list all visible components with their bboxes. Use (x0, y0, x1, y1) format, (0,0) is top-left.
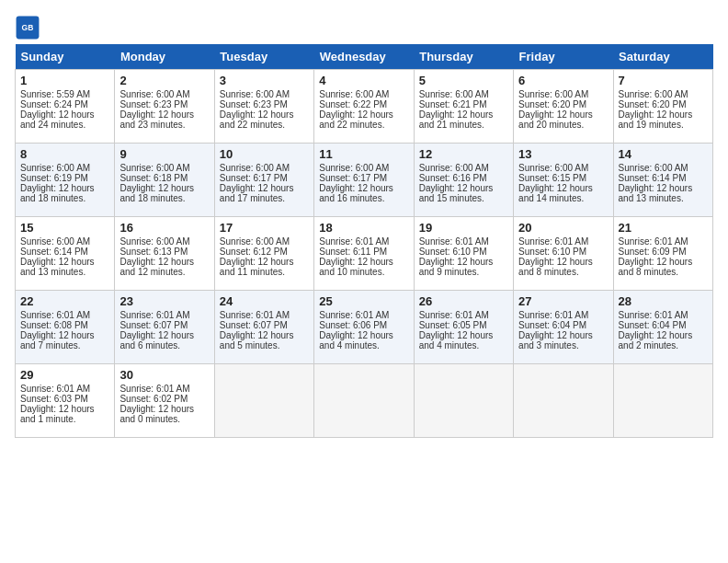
daylight-label: Daylight: 12 hours and 17 minutes. (220, 183, 294, 203)
day-number: 5 (419, 74, 508, 87)
sunrise-label: Sunrise: 6:00 AM (518, 163, 588, 173)
sunrise-label: Sunrise: 5:59 AM (20, 89, 90, 99)
table-row: 10Sunrise: 6:00 AMSunset: 6:17 PMDayligh… (214, 144, 313, 217)
sunset-label: Sunset: 6:14 PM (619, 173, 687, 183)
col-tuesday: Tuesday (214, 44, 313, 70)
sunrise-label: Sunrise: 6:01 AM (619, 310, 688, 320)
table-row: 28Sunrise: 6:01 AMSunset: 6:04 PMDayligh… (613, 291, 712, 364)
header-row: Sunday Monday Tuesday Wednesday Thursday… (16, 44, 713, 70)
sunset-label: Sunset: 6:13 PM (119, 247, 188, 257)
sunset-label: Sunset: 6:08 PM (20, 320, 88, 330)
sunrise-label: Sunrise: 6:00 AM (20, 236, 90, 247)
daylight-label: Daylight: 12 hours and 0 minutes. (119, 404, 194, 424)
sunrise-label: Sunrise: 6:01 AM (119, 384, 189, 394)
sunrise-label: Sunrise: 6:01 AM (119, 310, 189, 320)
day-number: 8 (20, 147, 109, 161)
daylight-label: Daylight: 12 hours and 10 minutes. (319, 257, 393, 277)
daylight-label: Daylight: 12 hours and 20 minutes. (518, 109, 593, 130)
table-row: 16Sunrise: 6:00 AMSunset: 6:13 PMDayligh… (115, 217, 214, 291)
sunrise-label: Sunrise: 6:00 AM (619, 89, 688, 99)
calendar-week-row: 15Sunrise: 6:00 AMSunset: 6:14 PMDayligh… (16, 217, 713, 291)
sunset-label: Sunset: 6:09 PM (619, 247, 687, 257)
daylight-label: Daylight: 12 hours and 11 minutes. (220, 257, 294, 277)
sunset-label: Sunset: 6:14 PM (20, 247, 88, 257)
daylight-label: Daylight: 12 hours and 4 minutes. (419, 330, 494, 350)
table-row (414, 364, 513, 438)
table-row: 26Sunrise: 6:01 AMSunset: 6:05 PMDayligh… (414, 291, 513, 364)
sunrise-label: Sunrise: 6:01 AM (518, 310, 588, 320)
sunset-label: Sunset: 6:02 PM (119, 394, 188, 404)
daylight-label: Daylight: 12 hours and 6 minutes. (119, 330, 194, 350)
day-number: 26 (419, 294, 508, 308)
calendar-week-row: 8Sunrise: 6:00 AMSunset: 6:19 PMDaylight… (16, 144, 713, 217)
day-number: 17 (220, 221, 309, 235)
sunrise-label: Sunrise: 6:00 AM (619, 163, 688, 173)
sunrise-label: Sunrise: 6:00 AM (419, 163, 489, 173)
sunrise-label: Sunrise: 6:01 AM (419, 310, 489, 320)
sunset-label: Sunset: 6:10 PM (518, 247, 586, 257)
table-row: 17Sunrise: 6:00 AMSunset: 6:12 PMDayligh… (214, 217, 313, 291)
sunset-label: Sunset: 6:15 PM (518, 173, 586, 183)
day-number: 12 (419, 147, 508, 161)
table-row (314, 364, 414, 438)
sunset-label: Sunset: 6:07 PM (119, 320, 188, 330)
sunset-label: Sunset: 6:05 PM (419, 320, 487, 330)
table-row: 1Sunrise: 5:59 AMSunset: 6:24 PMDaylight… (16, 70, 115, 144)
table-row: 12Sunrise: 6:00 AMSunset: 6:16 PMDayligh… (414, 144, 513, 217)
day-number: 29 (20, 368, 109, 382)
sunrise-label: Sunrise: 6:00 AM (220, 89, 290, 99)
table-row: 30Sunrise: 6:01 AMSunset: 6:02 PMDayligh… (115, 364, 214, 438)
calendar-week-row: 22Sunrise: 6:01 AMSunset: 6:08 PMDayligh… (16, 291, 713, 364)
col-monday: Monday (115, 44, 214, 70)
day-number: 23 (119, 294, 209, 308)
sunrise-label: Sunrise: 6:00 AM (220, 236, 290, 247)
logo-icon: GB (15, 15, 40, 40)
table-row: 11Sunrise: 6:00 AMSunset: 6:17 PMDayligh… (314, 144, 414, 217)
sunset-label: Sunset: 6:11 PM (319, 247, 387, 257)
daylight-label: Daylight: 12 hours and 5 minutes. (220, 330, 294, 350)
table-row: 29Sunrise: 6:01 AMSunset: 6:03 PMDayligh… (16, 364, 115, 438)
sunrise-label: Sunrise: 6:00 AM (419, 89, 489, 99)
table-row: 4Sunrise: 6:00 AMSunset: 6:22 PMDaylight… (314, 70, 414, 144)
daylight-label: Daylight: 12 hours and 12 minutes. (119, 257, 194, 277)
daylight-label: Daylight: 12 hours and 7 minutes. (20, 330, 95, 350)
sunset-label: Sunset: 6:04 PM (518, 320, 586, 330)
day-number: 24 (220, 294, 309, 308)
sunrise-label: Sunrise: 6:00 AM (119, 163, 189, 173)
sunrise-label: Sunrise: 6:00 AM (518, 89, 588, 99)
table-row: 14Sunrise: 6:00 AMSunset: 6:14 PMDayligh… (613, 144, 712, 217)
sunset-label: Sunset: 6:21 PM (419, 99, 487, 109)
sunrise-label: Sunrise: 6:01 AM (619, 236, 688, 247)
daylight-label: Daylight: 12 hours and 22 minutes. (220, 109, 294, 130)
col-thursday: Thursday (414, 44, 513, 70)
day-number: 3 (220, 74, 309, 87)
day-number: 14 (619, 147, 708, 161)
day-number: 19 (419, 221, 508, 235)
day-number: 28 (619, 294, 708, 308)
day-number: 16 (119, 221, 209, 235)
svg-text:GB: GB (22, 23, 34, 32)
day-number: 13 (518, 147, 608, 161)
sunset-label: Sunset: 6:20 PM (518, 99, 586, 109)
daylight-label: Daylight: 12 hours and 4 minutes. (319, 330, 393, 350)
table-row: 19Sunrise: 6:01 AMSunset: 6:10 PMDayligh… (414, 217, 513, 291)
table-row: 22Sunrise: 6:01 AMSunset: 6:08 PMDayligh… (16, 291, 115, 364)
daylight-label: Daylight: 12 hours and 23 minutes. (119, 109, 194, 130)
day-number: 7 (619, 74, 708, 87)
sunrise-label: Sunrise: 6:00 AM (20, 163, 90, 173)
sunset-label: Sunset: 6:16 PM (419, 173, 487, 183)
sunrise-label: Sunrise: 6:01 AM (419, 236, 489, 247)
day-number: 6 (518, 74, 608, 87)
daylight-label: Daylight: 12 hours and 14 minutes. (518, 183, 593, 203)
daylight-label: Daylight: 12 hours and 21 minutes. (419, 109, 494, 130)
sunrise-label: Sunrise: 6:01 AM (518, 236, 588, 247)
table-row (214, 364, 313, 438)
table-row: 9Sunrise: 6:00 AMSunset: 6:18 PMDaylight… (115, 144, 214, 217)
day-number: 30 (119, 368, 209, 382)
daylight-label: Daylight: 12 hours and 1 minute. (20, 404, 95, 424)
sunrise-label: Sunrise: 6:01 AM (20, 384, 90, 394)
table-row: 24Sunrise: 6:01 AMSunset: 6:07 PMDayligh… (214, 291, 313, 364)
col-saturday: Saturday (613, 44, 712, 70)
sunrise-label: Sunrise: 6:01 AM (20, 310, 90, 320)
daylight-label: Daylight: 12 hours and 19 minutes. (619, 109, 693, 130)
